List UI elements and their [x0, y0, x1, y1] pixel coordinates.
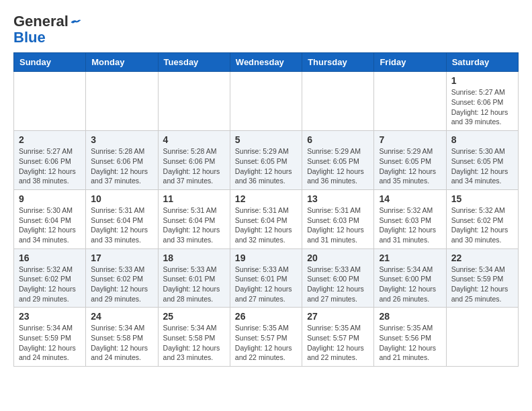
calendar-week-row: 23Sunrise: 5:34 AM Sunset: 5:59 PM Dayli…	[14, 308, 519, 367]
calendar-cell: 8Sunrise: 5:30 AM Sunset: 6:05 PM Daylig…	[446, 131, 518, 190]
day-info: Sunrise: 5:33 AM Sunset: 6:01 PM Dayligh…	[235, 265, 297, 304]
day-number: 16	[19, 253, 81, 263]
calendar-cell: 25Sunrise: 5:34 AM Sunset: 5:58 PM Dayli…	[158, 308, 230, 367]
day-info: Sunrise: 5:33 AM Sunset: 6:02 PM Dayligh…	[91, 265, 152, 304]
calendar-cell: 3Sunrise: 5:28 AM Sunset: 6:06 PM Daylig…	[86, 131, 158, 190]
day-info: Sunrise: 5:27 AM Sunset: 6:06 PM Dayligh…	[451, 87, 513, 127]
day-info: Sunrise: 5:32 AM Sunset: 6:03 PM Dayligh…	[379, 205, 441, 245]
day-number: 20	[307, 253, 369, 263]
day-info: Sunrise: 5:30 AM Sunset: 6:05 PM Dayligh…	[451, 146, 513, 186]
calendar-week-row: 2Sunrise: 5:27 AM Sunset: 6:06 PM Daylig…	[14, 131, 519, 190]
day-info: Sunrise: 5:31 AM Sunset: 6:04 PM Dayligh…	[163, 205, 225, 245]
calendar-cell: 14Sunrise: 5:32 AM Sunset: 6:03 PM Dayli…	[374, 189, 446, 248]
day-info: Sunrise: 5:29 AM Sunset: 6:05 PM Dayligh…	[307, 146, 369, 186]
calendar-week-row: 1Sunrise: 5:27 AM Sunset: 6:06 PM Daylig…	[14, 72, 519, 131]
day-number: 14	[379, 193, 441, 204]
calendar-cell	[86, 72, 158, 131]
day-number: 9	[19, 193, 81, 204]
calendar-cell	[14, 72, 86, 131]
weekday-header-cell: Sunday	[14, 53, 86, 72]
day-info: Sunrise: 5:35 AM Sunset: 5:57 PM Dayligh…	[307, 323, 369, 363]
logo-general: General	[13, 13, 69, 30]
day-info: Sunrise: 5:31 AM Sunset: 6:04 PM Dayligh…	[91, 205, 152, 245]
weekday-header-cell: Friday	[374, 53, 446, 72]
weekday-header-cell: Monday	[86, 53, 158, 72]
day-number: 10	[91, 193, 152, 204]
day-number: 12	[235, 193, 297, 204]
logo: GeneralBlue	[13, 13, 82, 46]
day-number: 22	[451, 253, 513, 263]
calendar-cell	[446, 308, 518, 367]
calendar-cell: 5Sunrise: 5:29 AM Sunset: 6:05 PM Daylig…	[230, 131, 302, 190]
logo-text: GeneralBlue	[13, 13, 82, 46]
day-info: Sunrise: 5:29 AM Sunset: 6:05 PM Dayligh…	[379, 146, 441, 186]
calendar-cell: 10Sunrise: 5:31 AM Sunset: 6:04 PM Dayli…	[86, 189, 158, 248]
page-header: GeneralBlue	[13, 13, 519, 46]
calendar-body: 1Sunrise: 5:27 AM Sunset: 6:06 PM Daylig…	[14, 72, 519, 367]
weekday-header-cell: Thursday	[302, 53, 374, 72]
day-number: 6	[307, 134, 369, 145]
logo-bird-icon	[70, 16, 82, 28]
calendar-cell: 27Sunrise: 5:35 AM Sunset: 5:57 PM Dayli…	[302, 308, 374, 367]
day-number: 5	[235, 134, 297, 145]
day-info: Sunrise: 5:30 AM Sunset: 6:04 PM Dayligh…	[19, 205, 81, 245]
calendar-cell: 9Sunrise: 5:30 AM Sunset: 6:04 PM Daylig…	[14, 189, 86, 248]
day-info: Sunrise: 5:34 AM Sunset: 5:59 PM Dayligh…	[451, 265, 513, 304]
day-info: Sunrise: 5:27 AM Sunset: 6:06 PM Dayligh…	[19, 146, 81, 186]
day-info: Sunrise: 5:34 AM Sunset: 5:58 PM Dayligh…	[163, 323, 225, 363]
day-info: Sunrise: 5:31 AM Sunset: 6:04 PM Dayligh…	[235, 205, 297, 245]
calendar-cell: 26Sunrise: 5:35 AM Sunset: 5:57 PM Dayli…	[230, 308, 302, 367]
day-number: 28	[379, 311, 441, 322]
calendar-cell: 6Sunrise: 5:29 AM Sunset: 6:05 PM Daylig…	[302, 131, 374, 190]
calendar-cell	[374, 72, 446, 131]
weekday-header-cell: Wednesday	[230, 53, 302, 72]
calendar-cell: 24Sunrise: 5:34 AM Sunset: 5:58 PM Dayli…	[86, 308, 158, 367]
day-number: 25	[163, 311, 225, 322]
day-info: Sunrise: 5:33 AM Sunset: 6:01 PM Dayligh…	[163, 265, 225, 304]
day-number: 18	[163, 253, 225, 263]
day-number: 1	[451, 75, 513, 86]
day-info: Sunrise: 5:32 AM Sunset: 6:02 PM Dayligh…	[451, 205, 513, 245]
day-info: Sunrise: 5:35 AM Sunset: 5:57 PM Dayligh…	[235, 323, 297, 363]
calendar-cell	[230, 72, 302, 131]
calendar-cell: 23Sunrise: 5:34 AM Sunset: 5:59 PM Dayli…	[14, 308, 86, 367]
day-info: Sunrise: 5:35 AM Sunset: 5:56 PM Dayligh…	[379, 323, 441, 363]
day-number: 23	[19, 311, 81, 322]
day-info: Sunrise: 5:29 AM Sunset: 6:05 PM Dayligh…	[235, 146, 297, 186]
day-number: 26	[235, 311, 297, 322]
calendar-cell: 15Sunrise: 5:32 AM Sunset: 6:02 PM Dayli…	[446, 189, 518, 248]
calendar-table: SundayMondayTuesdayWednesdayThursdayFrid…	[13, 52, 519, 367]
weekday-header-cell: Tuesday	[158, 53, 230, 72]
calendar-cell: 19Sunrise: 5:33 AM Sunset: 6:01 PM Dayli…	[230, 248, 302, 308]
calendar-cell: 16Sunrise: 5:32 AM Sunset: 6:02 PM Dayli…	[14, 248, 86, 308]
calendar-cell: 20Sunrise: 5:33 AM Sunset: 6:00 PM Dayli…	[302, 248, 374, 308]
day-number: 13	[307, 193, 369, 204]
day-info: Sunrise: 5:34 AM Sunset: 5:59 PM Dayligh…	[19, 323, 81, 363]
calendar-cell: 1Sunrise: 5:27 AM Sunset: 6:06 PM Daylig…	[446, 72, 518, 131]
day-number: 7	[379, 134, 441, 145]
calendar-cell: 21Sunrise: 5:34 AM Sunset: 6:00 PM Dayli…	[374, 248, 446, 308]
logo-blue: Blue	[13, 29, 46, 46]
day-info: Sunrise: 5:34 AM Sunset: 5:58 PM Dayligh…	[91, 323, 152, 363]
day-info: Sunrise: 5:28 AM Sunset: 6:06 PM Dayligh…	[163, 146, 225, 186]
day-number: 2	[19, 134, 81, 145]
calendar-cell: 18Sunrise: 5:33 AM Sunset: 6:01 PM Dayli…	[158, 248, 230, 308]
day-number: 17	[91, 253, 152, 263]
calendar-cell: 22Sunrise: 5:34 AM Sunset: 5:59 PM Dayli…	[446, 248, 518, 308]
calendar-cell: 28Sunrise: 5:35 AM Sunset: 5:56 PM Dayli…	[374, 308, 446, 367]
day-info: Sunrise: 5:28 AM Sunset: 6:06 PM Dayligh…	[91, 146, 152, 186]
calendar-cell: 13Sunrise: 5:31 AM Sunset: 6:03 PM Dayli…	[302, 189, 374, 248]
day-number: 21	[379, 253, 441, 263]
calendar-cell: 7Sunrise: 5:29 AM Sunset: 6:05 PM Daylig…	[374, 131, 446, 190]
day-number: 19	[235, 253, 297, 263]
day-number: 8	[451, 134, 513, 145]
day-number: 24	[91, 311, 152, 322]
day-info: Sunrise: 5:34 AM Sunset: 6:00 PM Dayligh…	[379, 265, 441, 304]
weekday-header-row: SundayMondayTuesdayWednesdayThursdayFrid…	[14, 53, 519, 72]
calendar-cell: 11Sunrise: 5:31 AM Sunset: 6:04 PM Dayli…	[158, 189, 230, 248]
day-number: 27	[307, 311, 369, 322]
calendar-cell: 4Sunrise: 5:28 AM Sunset: 6:06 PM Daylig…	[158, 131, 230, 190]
calendar-cell	[158, 72, 230, 131]
day-info: Sunrise: 5:32 AM Sunset: 6:02 PM Dayligh…	[19, 265, 81, 304]
day-number: 4	[163, 134, 225, 145]
